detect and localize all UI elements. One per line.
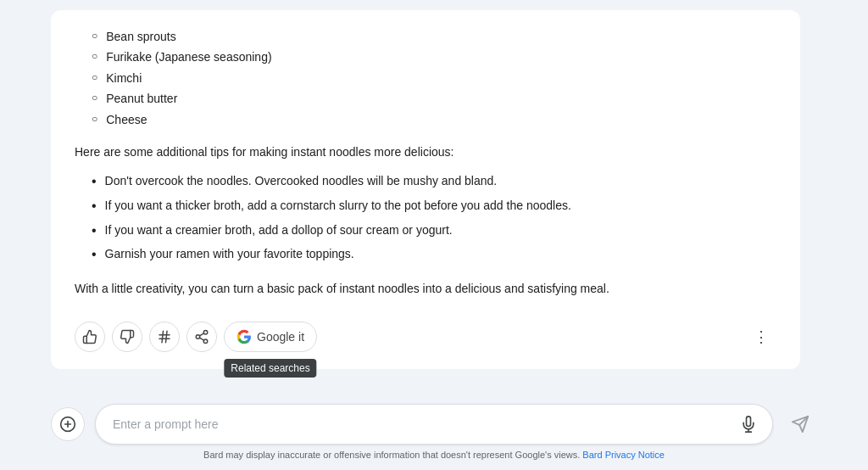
bullet-list-item: Garnish your ramen with your favorite to… <box>92 244 776 266</box>
circle-list-item: Cheese <box>92 110 776 129</box>
bullet-list-item: Don't overcook the noodles. Overcooked n… <box>92 171 776 193</box>
main-content: Bean sproutsFurikake (Japanese seasoning… <box>0 0 868 470</box>
privacy-notice-link[interactable]: Bard Privacy Notice <box>582 450 665 460</box>
response-card: Bean sproutsFurikake (Japanese seasoning… <box>51 10 800 369</box>
modify-button[interactable] <box>149 322 180 352</box>
bullet-list-item: If you want a creamier broth, add a doll… <box>92 221 776 242</box>
action-bar: Google it Related searches ⋮ <box>75 315 776 355</box>
circle-list-section: Bean sproutsFurikake (Japanese seasoning… <box>75 27 776 129</box>
share-button[interactable] <box>186 322 217 352</box>
related-searches-tooltip: Related searches <box>224 359 316 378</box>
circle-list-item: Kimchi <box>92 69 776 87</box>
footer-disclaimer: Bard may display inaccurate or offensive… <box>51 445 817 467</box>
add-button[interactable] <box>51 407 85 441</box>
more-icon: ⋮ <box>754 327 769 346</box>
prompt-input-container <box>95 404 773 445</box>
svg-line-8 <box>199 333 203 336</box>
app-container: Bean sproutsFurikake (Japanese seasoning… <box>0 0 868 470</box>
tips-header: Here are some additional tips for making… <box>75 143 776 161</box>
input-row <box>51 404 817 445</box>
circle-list-item: Furikake (Japanese seasoning) <box>92 48 776 66</box>
google-it-container: Google it Related searches <box>224 322 317 352</box>
google-it-button[interactable]: Google it <box>224 322 317 352</box>
circle-list: Bean sproutsFurikake (Japanese seasoning… <box>75 27 776 129</box>
mic-button[interactable] <box>735 411 762 438</box>
svg-line-3 <box>166 331 168 343</box>
send-button[interactable] <box>783 407 817 441</box>
more-options-button[interactable]: ⋮ <box>746 322 776 352</box>
circle-list-item: Bean sprouts <box>92 27 776 46</box>
bullet-list: Don't overcook the noodles. Overcooked n… <box>75 171 776 265</box>
closing-text: With a little creativity, you can turn a… <box>75 279 776 298</box>
prompt-input[interactable] <box>113 417 728 431</box>
svg-line-2 <box>162 331 164 343</box>
bottom-area: Bard may display inaccurate or offensive… <box>0 397 868 470</box>
bullet-list-item: If you want a thicker broth, add a corns… <box>92 196 776 217</box>
circle-list-item: Peanut butter <box>92 89 776 108</box>
chat-area: Bean sproutsFurikake (Japanese seasoning… <box>0 0 868 397</box>
google-it-label: Google it <box>257 330 304 344</box>
svg-line-7 <box>199 338 203 340</box>
thumbs-down-button[interactable] <box>112 322 142 352</box>
thumbs-up-button[interactable] <box>75 322 105 352</box>
